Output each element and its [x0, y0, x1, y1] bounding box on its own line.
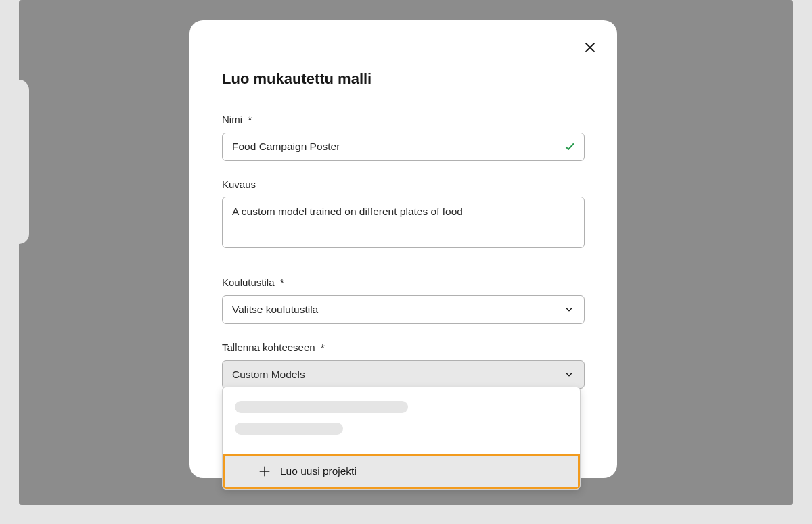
- training-mode-field-group: Koulutustila * Valitse koulutustila: [222, 277, 585, 324]
- required-asterisk: *: [248, 115, 252, 126]
- name-field-group: Nimi *: [222, 114, 585, 161]
- name-label: Nimi *: [222, 114, 585, 126]
- dropdown-loading-area: [223, 387, 580, 454]
- modal-title: Luo mukautettu malli: [189, 20, 617, 88]
- save-to-select[interactable]: Custom Models: [222, 360, 585, 389]
- save-to-dropdown-panel: Luo uusi projekti: [222, 387, 581, 490]
- create-new-project-item[interactable]: Luo uusi projekti: [223, 454, 580, 489]
- create-new-project-label: Luo uusi projekti: [280, 465, 357, 477]
- background-panel-hint: [19, 80, 29, 244]
- save-to-label: Tallenna kohteeseen *: [222, 341, 585, 354]
- close-icon: [584, 41, 596, 53]
- save-to-select-wrapper: Custom Models: [222, 360, 585, 389]
- name-input-wrapper: [222, 133, 585, 161]
- valid-check-icon: [564, 141, 575, 152]
- training-mode-select-wrapper: Valitse koulutustila: [222, 295, 585, 324]
- description-input[interactable]: A custom model trained on different plat…: [222, 197, 585, 248]
- loading-placeholder: [235, 423, 343, 435]
- description-label: Kuvaus: [222, 178, 585, 190]
- plus-icon: [258, 465, 271, 477]
- training-mode-select[interactable]: Valitse koulutustila: [222, 295, 585, 324]
- name-input[interactable]: [222, 133, 585, 161]
- training-mode-label: Koulutustila *: [222, 277, 585, 289]
- description-field-group: Kuvaus A custom model trained on differe…: [222, 178, 585, 251]
- loading-placeholder: [235, 401, 408, 413]
- required-asterisk: *: [321, 343, 325, 354]
- form-content: Nimi * Kuvaus A custom model trained on …: [189, 114, 617, 389]
- close-button[interactable]: [582, 39, 598, 55]
- save-to-field-group: Tallenna kohteeseen * Custom Models: [222, 341, 585, 389]
- required-asterisk: *: [280, 278, 284, 289]
